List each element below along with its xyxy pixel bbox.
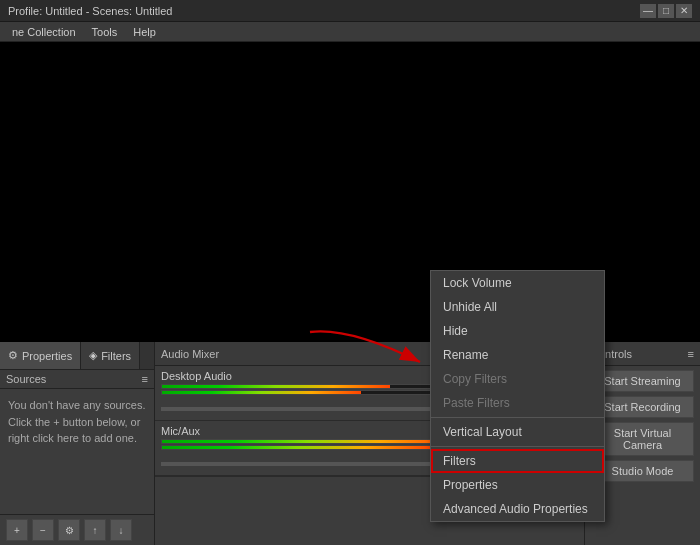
source-down-button[interactable]: ↓ xyxy=(110,519,132,541)
desktop-meter-fill-2 xyxy=(162,391,361,394)
desktop-audio-label: Desktop Audio xyxy=(161,370,232,382)
context-advanced-audio[interactable]: Advanced Audio Properties xyxy=(431,497,604,521)
title-buttons: — □ ✕ xyxy=(640,4,692,18)
sources-header: Sources ≡ xyxy=(0,370,154,389)
source-up-button[interactable]: ↑ xyxy=(84,519,106,541)
gear-icon: ⚙ xyxy=(8,349,18,362)
menu-bar: ne Collection Tools Help xyxy=(0,22,700,42)
context-lock-volume[interactable]: Lock Volume xyxy=(431,271,604,295)
minimize-button[interactable]: — xyxy=(640,4,656,18)
tab-filters[interactable]: ◈ Filters xyxy=(81,342,140,369)
context-properties[interactable]: Properties xyxy=(431,473,604,497)
context-copy-filters: Copy Filters xyxy=(431,367,604,391)
title-bar: Profile: Untitled - Scenes: Untitled — □… xyxy=(0,0,700,22)
sources-icon-bar: + − ⚙ ↑ ↓ xyxy=(0,514,154,545)
context-hide[interactable]: Hide xyxy=(431,319,604,343)
context-separator-2 xyxy=(431,446,604,447)
context-filters[interactable]: Filters xyxy=(431,449,604,473)
left-panel: ⚙ Properties ◈ Filters Sources ≡ You don… xyxy=(0,342,155,545)
context-vertical-layout[interactable]: Vertical Layout xyxy=(431,420,604,444)
add-source-button[interactable]: + xyxy=(6,519,28,541)
menu-tools[interactable]: Tools xyxy=(84,24,126,40)
maximize-button[interactable]: □ xyxy=(658,4,674,18)
desktop-meter-fill-1 xyxy=(162,385,390,388)
remove-source-button[interactable]: − xyxy=(32,519,54,541)
window-title: Profile: Untitled - Scenes: Untitled xyxy=(8,5,172,17)
close-button[interactable]: ✕ xyxy=(676,4,692,18)
mic-meter-fill-1 xyxy=(162,440,453,443)
sources-menu-icon[interactable]: ≡ xyxy=(142,373,148,385)
context-menu: Lock Volume Unhide All Hide Rename Copy … xyxy=(430,270,605,522)
tab-properties[interactable]: ⚙ Properties xyxy=(0,342,81,369)
menu-ne-collection[interactable]: ne Collection xyxy=(4,24,84,40)
start-recording-button[interactable]: Start Recording xyxy=(591,396,694,418)
source-settings-button[interactable]: ⚙ xyxy=(58,519,80,541)
context-paste-filters: Paste Filters xyxy=(431,391,604,415)
menu-help[interactable]: Help xyxy=(125,24,164,40)
context-separator xyxy=(431,417,604,418)
controls-menu-icon[interactable]: ≡ xyxy=(688,348,694,360)
mic-meter-fill-2 xyxy=(162,446,432,449)
filter-icon: ◈ xyxy=(89,349,97,362)
mic-aux-label: Mic/Aux xyxy=(161,425,200,437)
studio-mode-button[interactable]: Studio Mode xyxy=(591,460,694,482)
context-rename[interactable]: Rename xyxy=(431,343,604,367)
panel-tabs: ⚙ Properties ◈ Filters xyxy=(0,342,154,370)
start-streaming-button[interactable]: Start Streaming xyxy=(591,370,694,392)
sources-empty-message: You don't have any sources. Click the + … xyxy=(0,389,154,455)
context-unhide-all[interactable]: Unhide All xyxy=(431,295,604,319)
start-virtual-camera-button[interactable]: Start Virtual Camera xyxy=(591,422,694,456)
